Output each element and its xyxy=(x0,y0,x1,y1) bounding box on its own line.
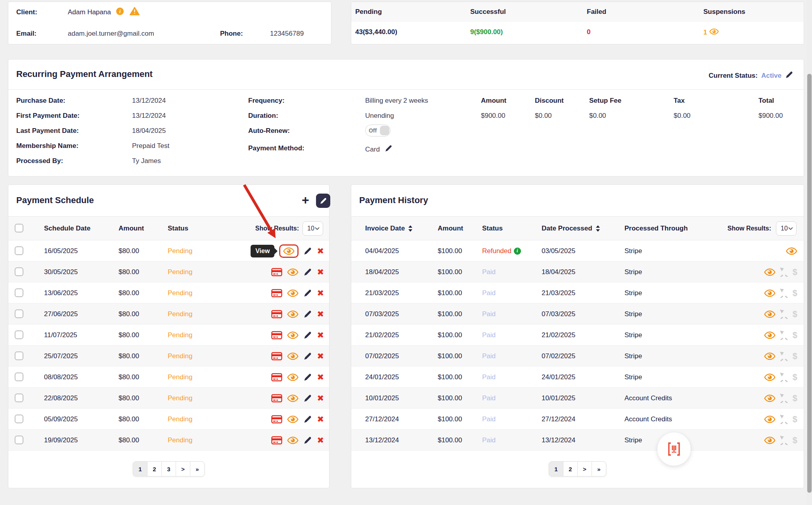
edit-icon[interactable] xyxy=(303,289,312,298)
page-button[interactable]: > xyxy=(176,461,190,476)
delete-icon[interactable] xyxy=(317,352,324,360)
view-eye-icon[interactable] xyxy=(287,415,299,423)
page-size-select[interactable]: 10 xyxy=(303,221,323,236)
row-checkbox[interactable] xyxy=(15,309,23,318)
view-eye-icon[interactable] xyxy=(764,415,776,423)
page-button[interactable]: 1 xyxy=(549,461,563,476)
scrollbar-thumb[interactable] xyxy=(807,74,812,493)
row-checkbox[interactable] xyxy=(15,394,23,402)
page-button[interactable]: » xyxy=(592,461,606,476)
page-button[interactable]: 2 xyxy=(147,461,162,476)
view-eye-icon[interactable] xyxy=(287,310,299,318)
delete-icon[interactable] xyxy=(317,310,324,318)
charge-icon[interactable] xyxy=(793,435,797,445)
select-all-checkbox[interactable] xyxy=(15,224,23,232)
view-eye-icon[interactable] xyxy=(764,310,776,318)
row-checkbox[interactable] xyxy=(15,373,23,381)
delete-icon[interactable] xyxy=(317,289,324,297)
charge-icon[interactable] xyxy=(793,330,797,340)
row-checkbox[interactable] xyxy=(15,436,23,444)
view-eye-icon[interactable] xyxy=(764,268,776,276)
page-button[interactable]: 1 xyxy=(133,461,147,476)
view-eye-icon[interactable] xyxy=(287,436,299,444)
refund-icon[interactable] xyxy=(779,414,789,424)
edit-icon[interactable] xyxy=(303,247,312,255)
edit-icon[interactable] xyxy=(303,436,312,445)
edit-schedule-button[interactable] xyxy=(316,194,330,208)
view-eye-icon[interactable] xyxy=(764,289,776,297)
client-info-icon[interactable] xyxy=(116,8,124,15)
view-eye-icon[interactable] xyxy=(287,394,299,402)
sort-icon[interactable] xyxy=(408,225,413,232)
charge-icon[interactable] xyxy=(793,309,797,319)
view-eye-icon[interactable] xyxy=(287,331,299,339)
refund-icon[interactable] xyxy=(779,351,789,361)
page-button[interactable]: > xyxy=(577,461,592,476)
card-payment-icon[interactable] xyxy=(271,268,282,277)
view-eye-icon[interactable] xyxy=(287,268,299,276)
view-eye-icon[interactable] xyxy=(764,394,776,402)
page-button[interactable]: 2 xyxy=(563,461,578,476)
refund-info-icon[interactable] xyxy=(514,248,521,255)
page-button[interactable]: 3 xyxy=(161,461,176,476)
client-warning-icon[interactable] xyxy=(130,7,140,17)
edit-icon[interactable] xyxy=(303,394,312,403)
card-payment-icon[interactable] xyxy=(271,394,282,403)
delete-icon[interactable] xyxy=(317,415,324,423)
refund-icon[interactable] xyxy=(779,372,789,382)
refund-icon[interactable] xyxy=(779,309,789,319)
view-eye-icon[interactable] xyxy=(786,247,797,255)
card-payment-icon[interactable] xyxy=(271,373,282,382)
suspensions-eye-icon[interactable] xyxy=(709,28,719,37)
col-invoice-date[interactable]: Invoice Date xyxy=(365,225,413,232)
view-eye-icon[interactable] xyxy=(287,373,299,381)
delete-icon[interactable] xyxy=(317,394,324,402)
refund-icon[interactable] xyxy=(779,288,789,298)
edit-payment-method-icon[interactable] xyxy=(385,144,393,154)
row-checkbox[interactable] xyxy=(15,415,23,423)
view-eye-icon[interactable] xyxy=(287,352,299,360)
charge-icon[interactable] xyxy=(793,288,797,298)
edit-icon[interactable] xyxy=(303,373,312,382)
card-payment-icon[interactable] xyxy=(271,310,282,319)
client-name-link[interactable]: Adam Hapana xyxy=(68,8,111,16)
delete-icon[interactable] xyxy=(317,436,324,444)
charge-icon[interactable] xyxy=(793,267,797,277)
row-checkbox[interactable] xyxy=(15,288,23,297)
edit-icon[interactable] xyxy=(303,352,312,361)
edit-icon[interactable] xyxy=(303,310,312,319)
row-checkbox[interactable] xyxy=(15,351,23,360)
card-payment-icon[interactable] xyxy=(271,289,282,298)
row-checkbox[interactable] xyxy=(15,330,23,339)
view-icon-highlight[interactable] xyxy=(279,244,299,258)
card-payment-icon[interactable] xyxy=(271,352,282,361)
charge-icon[interactable] xyxy=(793,393,797,403)
charge-icon[interactable] xyxy=(793,414,797,424)
view-eye-icon[interactable] xyxy=(764,373,776,381)
delete-icon[interactable] xyxy=(317,331,324,339)
add-schedule-icon[interactable] xyxy=(302,193,309,207)
edit-status-icon[interactable] xyxy=(785,71,793,81)
sort-icon[interactable] xyxy=(596,225,600,232)
view-eye-icon[interactable] xyxy=(283,247,295,255)
delete-icon[interactable] xyxy=(317,268,324,276)
view-eye-icon[interactable] xyxy=(764,436,776,444)
card-payment-icon[interactable] xyxy=(271,415,282,424)
charge-icon[interactable] xyxy=(793,372,797,382)
col-date-processed[interactable]: Date Processed xyxy=(542,225,600,232)
delete-icon[interactable] xyxy=(317,247,324,255)
charge-icon[interactable] xyxy=(793,351,797,361)
scan-barcode-button[interactable] xyxy=(657,432,691,466)
auto-renew-toggle[interactable]: Off xyxy=(365,125,391,136)
row-checkbox[interactable] xyxy=(15,246,23,255)
refund-icon[interactable] xyxy=(779,435,789,445)
card-payment-icon[interactable] xyxy=(271,436,282,445)
edit-icon[interactable] xyxy=(303,415,312,424)
row-checkbox[interactable] xyxy=(15,267,23,276)
page-button[interactable]: » xyxy=(190,461,205,476)
view-eye-icon[interactable] xyxy=(287,289,299,297)
view-eye-icon[interactable] xyxy=(764,352,776,360)
refund-icon[interactable] xyxy=(779,267,789,277)
edit-icon[interactable] xyxy=(303,331,312,340)
edit-icon[interactable] xyxy=(303,268,312,277)
